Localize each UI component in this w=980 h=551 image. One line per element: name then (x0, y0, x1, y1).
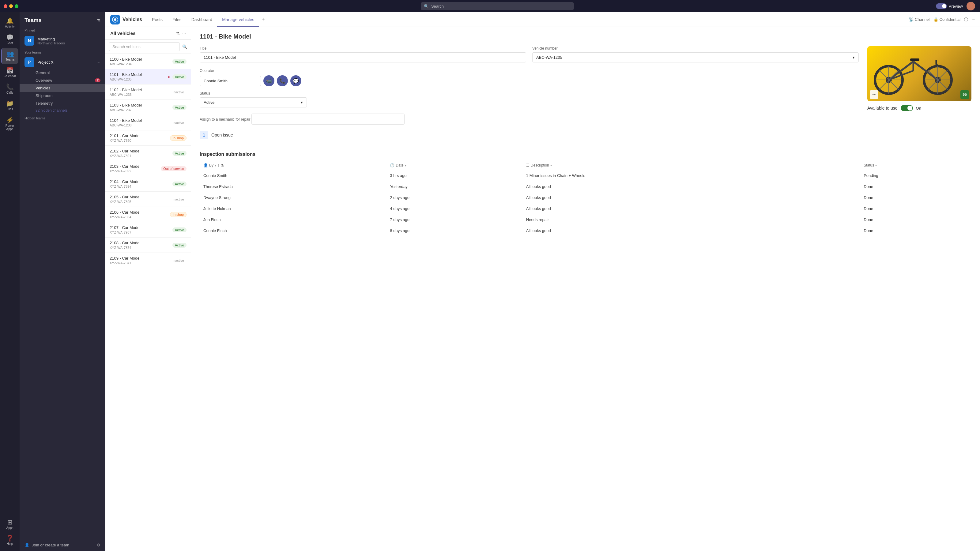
chat-button[interactable]: 💬 (290, 75, 301, 86)
teams-header: Teams ⚗ (20, 12, 105, 26)
sidebar-item-chat[interactable]: 💬 Chat (1, 32, 18, 47)
toggle-knob (942, 4, 946, 8)
sidebar-item-files[interactable]: 📁 Files (1, 98, 18, 113)
calls-label: Calls (6, 91, 13, 94)
vehicle-info: 2103 - Car Model XYZ-WA-7892 (110, 164, 140, 173)
status-select[interactable]: Active ▾ (200, 97, 307, 108)
confidential-button[interactable]: 🔒 Confidential (934, 17, 961, 22)
video-call-button[interactable]: 📹 (263, 75, 274, 86)
sidebar-item-help[interactable]: ❓ Help (1, 533, 18, 548)
col-status[interactable]: Status ▾ (860, 161, 971, 170)
user-avatar[interactable] (967, 2, 975, 10)
vehicle-code: XYZ-WA-7941 (110, 261, 140, 265)
title-field-label: Title (200, 46, 526, 51)
insp-description: All looks good (522, 225, 860, 236)
status-section: Status Active ▾ (200, 91, 859, 108)
vehicle-search-bar: 🔍 (105, 40, 191, 54)
channel-vehicles[interactable]: Vehicles (20, 84, 105, 92)
teams-sidebar-title: Teams (24, 17, 41, 24)
join-team-icon: 👤 (24, 543, 29, 547)
insp-description: All looks good (522, 192, 860, 203)
assign-input[interactable] (251, 114, 404, 125)
vehicle-list-item[interactable]: 1101 - Bike Model ABC-WA-1235 ● Active (105, 69, 191, 84)
vehicle-code: XYZ-WA-7895 (110, 200, 140, 203)
vehicle-name: 1103 - Bike Model (110, 103, 142, 108)
vehicle-name: 1102 - Bike Model (110, 87, 142, 92)
channel-shiproom[interactable]: Shiproom (20, 92, 105, 100)
search-icon: 🔍 (424, 4, 429, 9)
maximize-button[interactable] (15, 4, 18, 8)
sidebar-item-powerapps[interactable]: ⚡ Power Apps (1, 114, 18, 133)
vehicle-list-item[interactable]: 2102 - Car Model XYZ-WA-7891 Active (105, 146, 191, 161)
sidebar-item-teams[interactable]: 👥 Teams (1, 48, 18, 64)
phone-call-button[interactable]: 📞 (277, 75, 288, 86)
operator-input[interactable] (200, 76, 261, 86)
col-by[interactable]: 👤 By ▾ ↕ ⚗ (200, 161, 386, 170)
team-more-icon[interactable]: ··· (97, 59, 100, 65)
tab-files[interactable]: Files (167, 12, 186, 27)
global-search[interactable]: 🔍 (421, 2, 574, 10)
vehicle-search-icon[interactable]: 🔍 (182, 44, 187, 49)
tab-add-button[interactable]: + (259, 16, 267, 23)
vehicle-number-field-group: Vehicle number ABC-WA-1235 ▾ (532, 46, 859, 62)
hidden-channels-link[interactable]: 32 hidden channels (20, 107, 105, 114)
vehicle-list-item[interactable]: 2103 - Car Model XYZ-WA-7892 Out of serv… (105, 161, 191, 176)
more-panel-icon[interactable]: ··· (182, 31, 186, 36)
search-input[interactable] (431, 4, 571, 9)
title-field-input[interactable]: 1101 - Bike Model (200, 52, 526, 62)
team-projectx[interactable]: P Project X ··· (20, 56, 105, 69)
vehicle-list-item[interactable]: 2101 - Car Model XYZ-WA-7890 In shop (105, 130, 191, 146)
vehicle-list-item[interactable]: 1100 - Bike Model ABC-WA-1234 Active (105, 54, 191, 69)
vehicle-info: 1102 - Bike Model ABC-WA-1236 (110, 87, 142, 97)
vehicle-list-item[interactable]: 2104 - Car Model XYZ-WA-7894 Active (105, 176, 191, 192)
sidebar-item-activity[interactable]: 🔔 Activity (1, 15, 18, 30)
filter-icon[interactable]: ⚗ (97, 18, 100, 23)
vehicle-list-item[interactable]: 2107 - Car Model XYZ-WA-7957 Active (105, 222, 191, 238)
vehicle-search-input[interactable] (109, 42, 180, 51)
tab-posts[interactable]: Posts (147, 12, 167, 27)
vehicle-list-item[interactable]: 2105 - Car Model XYZ-WA-7895 Inactive (105, 192, 191, 207)
available-toggle[interactable] (901, 105, 913, 111)
join-team-label[interactable]: Join or create a team (32, 543, 69, 547)
info-icon: ⓘ (964, 17, 968, 22)
insp-by: Jon Finch (200, 214, 386, 225)
channel-general[interactable]: General (20, 69, 105, 76)
vehicle-status-badge: Inactive (170, 120, 186, 125)
edit-image-button[interactable]: ✏ (870, 90, 878, 99)
vehicle-list-item[interactable]: 2108 - Car Model XYZ-WA-7874 Active (105, 238, 191, 253)
channel-button[interactable]: 📡 Channel (908, 17, 929, 22)
vehicle-list-item[interactable]: 2109 - Car Model XYZ-WA-7941 Inactive (105, 253, 191, 268)
vehicle-status-badge: Active (172, 105, 186, 110)
title-vehiclenumber-grid: Title 1101 - Bike Model Vehicle number A… (200, 46, 859, 62)
settings-icon[interactable]: ⚙ (97, 543, 100, 547)
marketing-avatar: N (24, 36, 34, 46)
score-badge: 95 (960, 90, 969, 99)
minimize-button[interactable] (9, 4, 13, 8)
tab-manage-vehicles[interactable]: Manage vehicles (217, 12, 259, 27)
vehicle-list-item[interactable]: 1102 - Bike Model ABC-WA-1236 Inactive (105, 84, 191, 100)
close-button[interactable] (4, 4, 7, 8)
col-description[interactable]: ☰ Description ▾ (522, 161, 860, 170)
insp-date: 4 days ago (386, 203, 522, 214)
col-date[interactable]: 🕐 Date ▾ (386, 161, 522, 170)
sidebar-item-apps[interactable]: ⊞ Apps (1, 517, 18, 532)
tab-dashboard[interactable]: Dashboard (186, 12, 218, 27)
vehicle-list-item[interactable]: 2106 - Car Model XYZ-WA-7934 In shop (105, 207, 191, 222)
vehicle-name: 2109 - Car Model (110, 256, 140, 260)
channel-overview[interactable]: Overview 2 (20, 76, 105, 84)
vehicle-info: 2101 - Car Model XYZ-WA-7890 (110, 133, 140, 142)
sidebar-item-calls[interactable]: 📞 Calls (1, 81, 18, 97)
pinned-marketing[interactable]: N Marketing Northwind Traders (20, 33, 105, 48)
preview-toggle-switch[interactable] (936, 3, 947, 9)
vehicle-number-select[interactable]: ABC-WA-1235 ▾ (532, 52, 859, 62)
filter-panel-icon[interactable]: ⚗ (176, 31, 180, 36)
more-button[interactable]: ··· (972, 17, 975, 22)
vehicle-list-item[interactable]: 1103 - Bike Model ABC-WA-1237 Active (105, 100, 191, 115)
sidebar-item-calendar[interactable]: 📅 Calendar (1, 65, 18, 80)
bike-visual (867, 46, 971, 101)
info-button[interactable]: ⓘ (964, 17, 968, 22)
app-title: Vehicles (123, 17, 142, 22)
vehicle-list-item[interactable]: 1104 - Bike Model ABC-WA-1238 Inactive (105, 115, 191, 130)
channel-telemetry[interactable]: Telemetry (20, 100, 105, 107)
vehicle-status-badge: Active (172, 243, 186, 248)
